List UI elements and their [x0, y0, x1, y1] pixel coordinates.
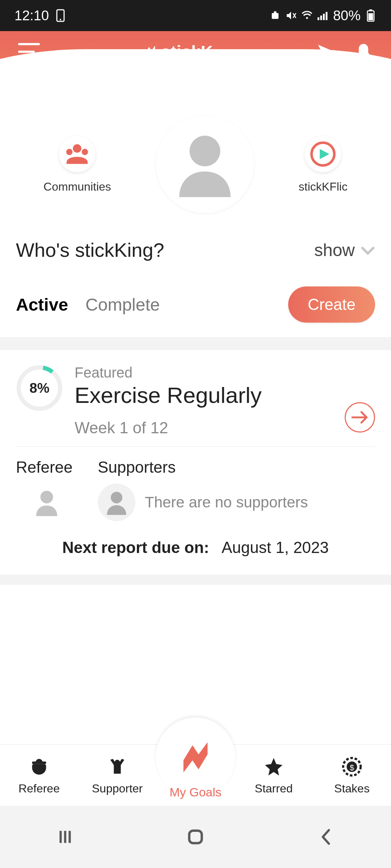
goal-card[interactable]: 8% Featured Exercise Regularly Week 1 of… [16, 350, 375, 447]
svg-point-15 [66, 149, 73, 155]
divider [0, 575, 391, 585]
svg-rect-3 [274, 11, 276, 13]
wifi-icon [301, 10, 313, 21]
tab-active[interactable]: Active [16, 295, 68, 315]
send-icon[interactable] [316, 42, 335, 61]
create-button[interactable]: Create [288, 286, 375, 323]
app-header: stickK Communities [0, 31, 391, 125]
nav-mygoals-label: My Goals [169, 785, 222, 799]
status-bar: 12:10 80% [0, 0, 391, 31]
svg-point-22 [41, 491, 53, 503]
featured-badge: Featured [75, 365, 375, 381]
svg-point-14 [73, 144, 81, 153]
nav-stakes[interactable]: $ Stakes [319, 755, 384, 795]
svg-rect-7 [318, 17, 319, 20]
star-icon [262, 755, 285, 778]
svg-rect-10 [325, 12, 327, 20]
svg-point-6 [306, 17, 308, 19]
create-label: Create [308, 295, 356, 314]
chevron-down-icon [361, 240, 375, 260]
show-label: show [314, 240, 355, 260]
communities-label: Communities [43, 180, 111, 193]
mute-icon [285, 10, 297, 21]
svg-rect-32 [189, 831, 202, 843]
goal-arrow-button[interactable] [345, 402, 375, 433]
brand-logo: stickK [143, 42, 213, 61]
phone-icon [55, 10, 66, 21]
svg-text:$: $ [350, 763, 354, 772]
communities-button[interactable]: Communities [43, 136, 111, 193]
next-report-due: Next report due on: August 1, 2023 [16, 525, 375, 575]
status-battery: 80% [333, 8, 361, 24]
play-icon [310, 141, 336, 167]
svg-marker-19 [320, 149, 329, 159]
nav-stakes-label: Stakes [334, 782, 370, 795]
recents-button[interactable] [43, 826, 87, 848]
stickkflic-button[interactable]: stickKFlic [299, 136, 348, 193]
tab-complete[interactable]: Complete [85, 295, 160, 315]
svg-point-16 [82, 149, 88, 155]
due-date: August 1, 2023 [222, 539, 329, 556]
back-button[interactable] [304, 826, 348, 848]
svg-rect-2 [272, 13, 279, 19]
progress-ring: 8% [16, 365, 63, 412]
nav-supporter[interactable]: Supporter [85, 755, 150, 795]
due-label: Next report due on: [62, 539, 209, 556]
svg-rect-13 [369, 9, 372, 11]
svg-rect-24 [32, 762, 46, 764]
divider [0, 337, 391, 350]
community-icon [64, 142, 90, 166]
svg-rect-9 [323, 14, 325, 20]
battery-saver-icon [269, 10, 281, 21]
battery-icon [365, 10, 377, 21]
nav-referee-label: Referee [18, 782, 60, 795]
svg-rect-12 [368, 13, 373, 20]
page-title: Who's stickKing? [16, 239, 164, 261]
home-button[interactable] [174, 826, 217, 848]
bell-icon[interactable] [354, 42, 373, 61]
nav-referee[interactable]: Referee [7, 755, 72, 795]
supporters-heading: Supporters [98, 458, 375, 476]
svg-point-23 [111, 492, 122, 503]
referee-heading: Referee [16, 458, 73, 476]
svg-rect-8 [320, 16, 322, 20]
no-supporters-text: There are no supporters [145, 494, 308, 511]
referee-avatar[interactable] [28, 484, 66, 521]
nav-supporter-label: Supporter [92, 782, 143, 795]
status-time: 12:10 [14, 8, 49, 24]
nav-starred-label: Starred [255, 782, 293, 795]
svg-point-17 [189, 136, 220, 166]
brand-text: stickK [161, 42, 213, 61]
supporter-avatar[interactable] [98, 484, 135, 521]
avatar-placeholder-icon [174, 129, 236, 200]
signal-icon [317, 10, 329, 21]
referee-icon [28, 755, 51, 778]
nav-starred[interactable]: Starred [241, 755, 306, 795]
show-toggle[interactable]: show [314, 240, 375, 260]
goal-week: Week 1 of 12 [75, 419, 375, 437]
stakes-icon: $ [340, 755, 363, 778]
progress-value: 8% [16, 365, 63, 412]
system-nav-bar [0, 806, 391, 868]
brand-icon [143, 44, 157, 59]
profile-avatar[interactable] [155, 114, 255, 215]
svg-point-1 [60, 19, 61, 20]
menu-button[interactable] [18, 43, 40, 60]
stickkflic-label: stickKFlic [299, 180, 348, 193]
goal-title: Exercise Regularly [75, 382, 375, 408]
supporter-icon [106, 755, 129, 778]
